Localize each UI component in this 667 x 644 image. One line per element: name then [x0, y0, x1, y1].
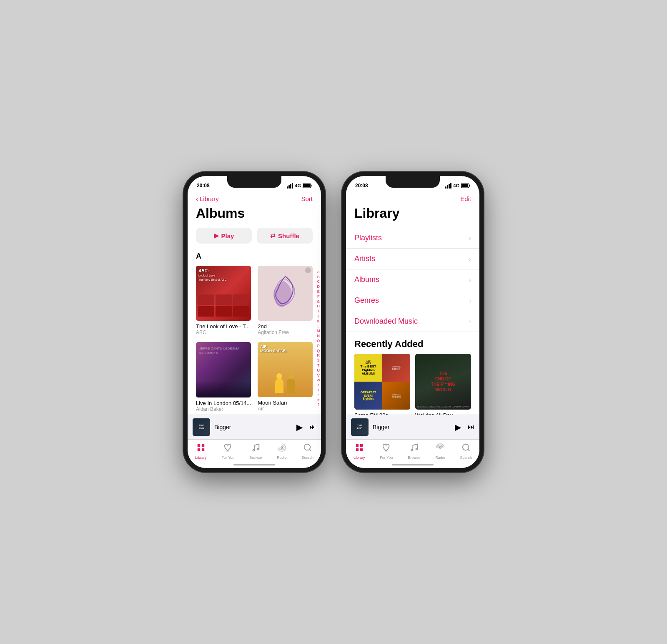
tab-library-left[interactable]: Library [195, 443, 207, 460]
chevron-icon: › [469, 276, 471, 284]
album-name: The Look of Love - T... [196, 323, 251, 330]
mini-controls-left: ▶ ⏭ [296, 422, 316, 432]
chevron-icon: › [469, 255, 471, 263]
radio-icon-right [436, 443, 445, 455]
network-left: 4G [295, 183, 301, 188]
svg-rect-3 [197, 444, 200, 447]
list-item[interactable]: THEEND OFTHE F***INGWORLD ORIGINAL SONGS… [415, 354, 471, 415]
alphabet-scroll[interactable]: A B C D E F G H I J K L M N O P Q R S T [316, 262, 321, 415]
svg-rect-6 [202, 448, 204, 451]
svg-rect-10 [469, 185, 470, 187]
tab-search-left[interactable]: Search [302, 443, 314, 460]
mini-title-left: Bigger [214, 424, 292, 430]
time-left: 20:08 [197, 183, 210, 189]
albums-title: Albums [188, 206, 321, 228]
library-list: Playlists › Artists › Albums › Genres › … [346, 228, 479, 415]
album-artist: Agitation Free [258, 330, 313, 335]
svg-point-16 [439, 447, 441, 448]
tab-label-search-left: Search [302, 455, 314, 460]
phone-left: 20:08 4G ‹ Librar [183, 172, 325, 472]
tab-label-browse-right: Browse [408, 455, 420, 460]
tab-library-right[interactable]: Library [354, 443, 365, 460]
search-icon-left [303, 443, 312, 455]
section-letter-a: A [188, 250, 321, 262]
home-indicator-right [392, 464, 434, 465]
sort-button[interactable]: Sort [301, 195, 313, 202]
list-item[interactable]: JEFRE CANTU-LEDESMAIN SUMMER Live In Lon… [196, 342, 251, 412]
play-icon: ▶ [214, 232, 219, 239]
mini-thumb-left: THEEND [193, 418, 210, 436]
library-icon-right [355, 443, 364, 455]
tab-browse-left[interactable]: Browse [249, 443, 262, 460]
mini-next-button-left[interactable]: ⏭ [309, 423, 316, 431]
library-item-artists[interactable]: Artists › [346, 249, 479, 269]
tab-label-search-right: Search [460, 455, 472, 460]
svg-rect-12 [356, 444, 358, 447]
list-item[interactable]: 100HITSThe BESTEightiesALBUM! SIMPLEMIND… [354, 354, 410, 415]
library-icon [196, 443, 206, 455]
mini-play-button-left[interactable]: ▶ [296, 422, 303, 432]
svg-rect-11 [461, 184, 468, 187]
list-item[interactable]: AIRMOON SAFARI [258, 342, 313, 412]
heart-icon-left [223, 443, 233, 455]
album-name: Live In London 05/14... [196, 400, 251, 406]
list-item[interactable]: ABC:Look of LoveThe Very Best of ABC The… [196, 266, 251, 335]
signal-bars-right [445, 183, 451, 189]
edit-button[interactable]: Edit [460, 195, 471, 202]
tab-label-for-you-left: For You [221, 455, 234, 460]
agitation-art [269, 274, 302, 312]
browse-icon-right [409, 443, 419, 455]
shuffle-icon: ⇄ [270, 232, 276, 239]
mini-controls-right: ▶ ⏭ [455, 422, 474, 432]
svg-rect-14 [356, 448, 358, 451]
tab-browse-right[interactable]: Browse [408, 443, 420, 460]
time-right: 20:08 [355, 183, 368, 189]
library-item-downloaded[interactable]: Downloaded Music › [346, 311, 479, 332]
tab-label-browse-left: Browse [249, 455, 262, 460]
library-title: Library [346, 206, 479, 228]
svg-rect-5 [197, 448, 200, 451]
recently-added-title: Recently Added [346, 332, 479, 354]
recent-albums: 100HITSThe BESTEightiesALBUM! SIMPLEMIND… [346, 354, 479, 415]
mini-thumb-right: THEEND [351, 418, 369, 436]
browse-icon-left [251, 443, 260, 455]
album-artist: Aidan Baker [196, 406, 251, 412]
heart-icon-right [382, 443, 391, 455]
tab-for-you-left[interactable]: For You [221, 443, 234, 460]
svg-rect-4 [202, 444, 204, 447]
mini-next-button-right[interactable]: ⏭ [468, 423, 474, 431]
tab-for-you-right[interactable]: For You [380, 443, 393, 460]
tab-label-library-left: Library [195, 455, 207, 460]
home-indicator-left [233, 464, 275, 465]
notch-left [227, 176, 281, 188]
mini-play-button-right[interactable]: ▶ [455, 422, 461, 432]
play-button[interactable]: ▶ Play [196, 228, 252, 244]
svg-rect-15 [360, 448, 363, 451]
tab-search-right[interactable]: Search [460, 443, 472, 460]
album-grid: ABC:Look of LoveThe Very Best of ABC The… [188, 262, 321, 415]
chevron-icon: › [469, 234, 471, 242]
library-item-albums[interactable]: Albums › [346, 269, 479, 290]
tab-label-radio-right: Radio [435, 455, 445, 460]
chevron-icon: › [469, 318, 471, 325]
battery-left [303, 183, 312, 188]
shuffle-button[interactable]: ⇄ Shuffle [257, 228, 313, 244]
battery-right [461, 183, 470, 188]
tab-label-for-you-right: For You [380, 455, 393, 460]
playback-buttons: ▶ Play ⇄ Shuffle [188, 228, 321, 250]
library-item-genres[interactable]: Genres › [346, 290, 479, 311]
back-button-left[interactable]: ‹ Library [196, 195, 219, 202]
search-icon-right [461, 443, 471, 455]
mini-player-right[interactable]: THEEND Bigger ▶ ⏭ [346, 415, 479, 439]
svg-rect-2 [303, 184, 310, 187]
tab-radio-right[interactable]: Radio [435, 443, 445, 460]
svg-rect-13 [360, 444, 363, 447]
library-item-playlists[interactable]: Playlists › [346, 228, 479, 249]
list-item[interactable]: 2nd Agitation Free [258, 266, 313, 335]
svg-rect-1 [311, 185, 312, 187]
notch-right [386, 176, 440, 188]
album-name: Moon Safari [258, 400, 313, 406]
nav-bar-right: Edit [346, 192, 479, 206]
mini-player-left[interactable]: THEEND Bigger ▶ ⏭ [188, 415, 321, 439]
tab-radio-left[interactable]: Radio [277, 443, 287, 460]
